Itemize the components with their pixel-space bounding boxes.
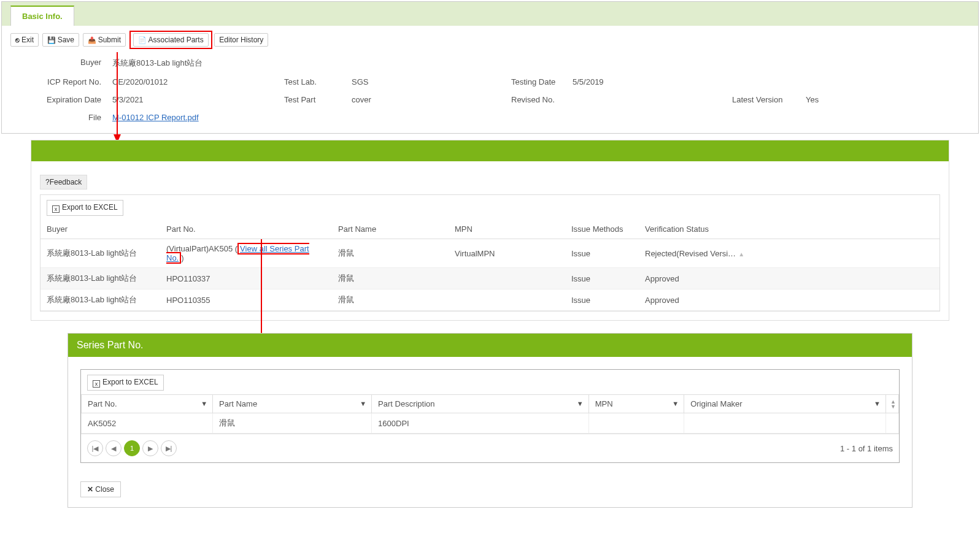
issue-cell: Issue xyxy=(565,289,639,311)
testpart-label: Test Part xyxy=(284,95,352,104)
pager: |◀ ◀ 1 ▶ ▶| 1 - 1 of 1 items xyxy=(81,434,899,462)
save-button[interactable]: 💾Save xyxy=(42,33,79,47)
series-part-table: Part No.▼ Part Name▼ Part Description▼ M… xyxy=(81,394,899,434)
series-part-title: Series Part No. xyxy=(68,334,912,357)
excel-icon: x xyxy=(52,205,60,213)
verification-cell: Rejected(Revised Versi…▲ xyxy=(639,239,927,268)
exit-icon: ⎋ xyxy=(15,36,20,44)
filter-icon[interactable]: ▼ xyxy=(672,400,679,407)
icp-label: ICP Report No. xyxy=(2,77,112,86)
associated-parts-button[interactable]: 📄Associated Parts xyxy=(133,33,209,47)
info-grid: Buyer 系統廠8013-Lab light站台 ICP Report No.… xyxy=(2,54,978,133)
associated-parts-panel: ?Feedback xExport to EXCEL Buyer Part No… xyxy=(31,140,949,321)
pager-first[interactable]: |◀ xyxy=(87,440,103,456)
editor-history-button[interactable]: Editor History xyxy=(214,33,268,47)
document-icon: 📄 xyxy=(138,36,147,44)
testdate-value: 5/5/2019 xyxy=(573,77,732,86)
excel-icon: x xyxy=(93,380,100,388)
partname-cell: 滑鼠 xyxy=(332,268,449,289)
partno-cell: HPO110337 xyxy=(160,268,332,289)
partno-cell: AK5052 xyxy=(82,413,213,434)
submit-icon: 📤 xyxy=(88,36,96,44)
panel-header-bar xyxy=(31,140,949,161)
verification-cell: Approved xyxy=(639,268,927,289)
col-verification[interactable]: Verification Status xyxy=(639,220,927,239)
col-mpn[interactable]: MPN xyxy=(449,220,565,239)
issue-cell: Issue xyxy=(565,268,639,289)
partno-cell: (VirtualPart)AK505 (View all Series Part… xyxy=(160,239,332,268)
col-issue[interactable]: Issue Methods xyxy=(565,220,639,239)
filter-icon[interactable]: ▼ xyxy=(360,400,366,407)
testlab-value: SGS xyxy=(352,77,511,86)
partname-cell: 滑鼠 xyxy=(332,239,449,268)
filter-icon[interactable]: ▼ xyxy=(874,400,881,407)
series-part-panel: Series Part No. xExport to EXCEL Part No… xyxy=(68,333,912,508)
pager-page-1[interactable]: 1 xyxy=(124,440,140,456)
toolbar: ⎋Exit 💾Save 📤Submit 📄Associated Parts Ed… xyxy=(2,26,978,54)
testdate-label: Testing Date xyxy=(511,77,573,86)
testlab-label: Test Lab. xyxy=(284,77,352,86)
col2-partname[interactable]: Part Name▼ xyxy=(213,395,372,413)
mpn-cell: VirtualMPN xyxy=(449,239,565,268)
submit-button[interactable]: 📤Submit xyxy=(83,33,126,47)
col2-mpn[interactable]: MPN▼ xyxy=(588,395,684,413)
view-all-series-link[interactable]: View all Series Part No. xyxy=(166,244,309,262)
tab-basic-info[interactable]: Basic Info. xyxy=(10,6,74,26)
table-row[interactable]: AK5052滑鼠1600DPI xyxy=(82,413,899,434)
close-icon: ✕ xyxy=(87,485,95,494)
desc-cell: 1600DPI xyxy=(372,413,589,434)
table-row[interactable]: 系統廠8013-Lab light站台(VirtualPart)AK505 (V… xyxy=(41,239,939,268)
col2-partno[interactable]: Part No.▼ xyxy=(82,395,213,413)
pager-last[interactable]: ▶| xyxy=(161,440,177,456)
sort-indicator-icon: ▲ xyxy=(738,251,744,258)
maker-cell xyxy=(684,413,886,434)
feedback-button[interactable]: ?Feedback xyxy=(40,175,87,189)
close-button[interactable]: ✕ Close xyxy=(80,481,121,497)
icp-value: CE/2020/01012 xyxy=(112,77,284,86)
issue-cell: Issue xyxy=(565,239,639,268)
buyer-cell: 系統廠8013-Lab light站台 xyxy=(41,239,160,268)
testpart-value: cover xyxy=(352,95,511,104)
export-excel-button[interactable]: xExport to EXCEL xyxy=(47,200,123,216)
exp-label: Expiration Date xyxy=(2,95,112,104)
col-partname[interactable]: Part Name xyxy=(332,220,449,239)
latest-value: Yes xyxy=(806,95,843,104)
associated-parts-highlight: 📄Associated Parts xyxy=(129,31,212,49)
partname-cell: 滑鼠 xyxy=(332,289,449,311)
buyer-cell: 系統廠8013-Lab light站台 xyxy=(41,289,160,311)
associated-parts-table: Buyer Part No. Part Name MPN Issue Metho… xyxy=(41,220,939,311)
scroll-arrows[interactable]: ▲▼ xyxy=(890,399,896,409)
mpn-cell xyxy=(449,268,565,289)
buyer-label: Buyer xyxy=(2,58,112,69)
col-buyer[interactable]: Buyer xyxy=(41,220,160,239)
col2-maker[interactable]: Original Maker▼ xyxy=(684,395,886,413)
table-row[interactable]: 系統廠8013-Lab light站台HPO110337滑鼠IssueAppro… xyxy=(41,268,939,289)
pager-next[interactable]: ▶ xyxy=(142,440,158,456)
file-link[interactable]: M-01012 ICP Report.pdf xyxy=(112,113,199,122)
export-excel-button-2[interactable]: xExport to EXCEL xyxy=(87,375,164,391)
filter-icon[interactable]: ▼ xyxy=(577,400,584,407)
exp-value: 5/3/2021 xyxy=(112,95,284,104)
partname-cell: 滑鼠 xyxy=(213,413,372,434)
table-row[interactable]: 系統廠8013-Lab light站台HPO110355滑鼠IssueAppro… xyxy=(41,289,939,311)
mpn-cell xyxy=(588,413,684,434)
filter-icon[interactable]: ▼ xyxy=(201,400,207,407)
col2-desc[interactable]: Part Description▼ xyxy=(372,395,589,413)
view-series-highlight: View all Series Part No. xyxy=(166,243,309,264)
exit-button[interactable]: ⎋Exit xyxy=(10,33,39,47)
pager-info: 1 - 1 of 1 items xyxy=(840,444,893,453)
pager-prev[interactable]: ◀ xyxy=(106,440,122,456)
mpn-cell xyxy=(449,289,565,311)
latest-label: Latest Version xyxy=(732,95,806,104)
buyer-cell: 系統廠8013-Lab light站台 xyxy=(41,268,160,289)
buyer-value: 系統廠8013-Lab light站台 xyxy=(112,58,284,69)
rev-label: Revised No. xyxy=(511,95,573,104)
file-label: File xyxy=(2,113,112,122)
rev-value xyxy=(573,95,732,104)
partno-cell: HPO110355 xyxy=(160,289,332,311)
save-icon: 💾 xyxy=(47,36,56,44)
col-partno[interactable]: Part No. xyxy=(160,220,332,239)
tab-strip: Basic Info. xyxy=(2,2,978,26)
verification-cell: Approved xyxy=(639,289,927,311)
